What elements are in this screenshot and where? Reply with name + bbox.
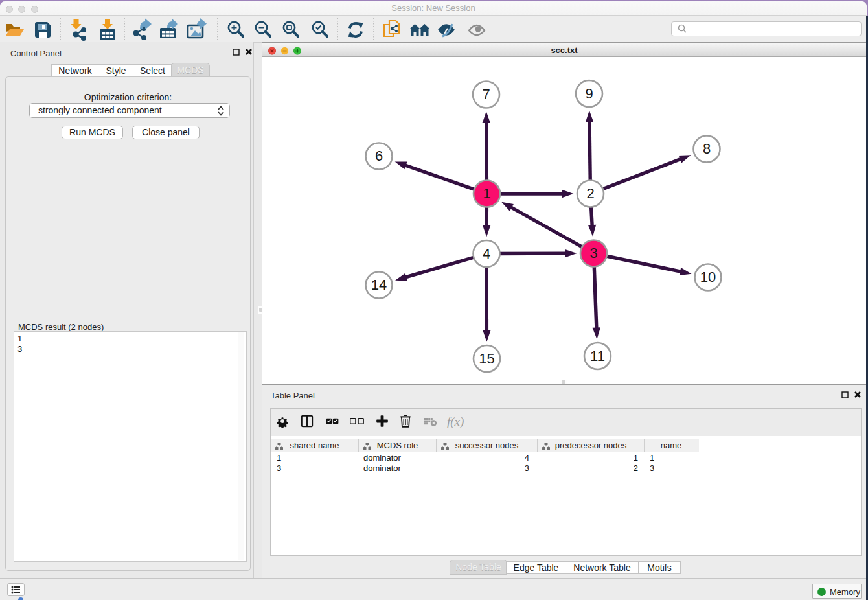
- svg-text:11: 11: [590, 347, 605, 363]
- svg-text:3: 3: [589, 245, 597, 261]
- svg-text:15: 15: [479, 350, 494, 366]
- svg-text:4: 4: [483, 245, 490, 261]
- svg-text:6: 6: [375, 148, 383, 164]
- svg-text:7: 7: [482, 86, 490, 102]
- svg-text:2: 2: [586, 185, 594, 202]
- svg-text:10: 10: [700, 269, 716, 285]
- svg-text:14: 14: [371, 277, 387, 293]
- svg-text:1: 1: [483, 185, 490, 202]
- svg-text:8: 8: [703, 141, 711, 157]
- svg-text:f(x): f(x): [447, 415, 464, 429]
- svg-text:9: 9: [585, 85, 593, 101]
